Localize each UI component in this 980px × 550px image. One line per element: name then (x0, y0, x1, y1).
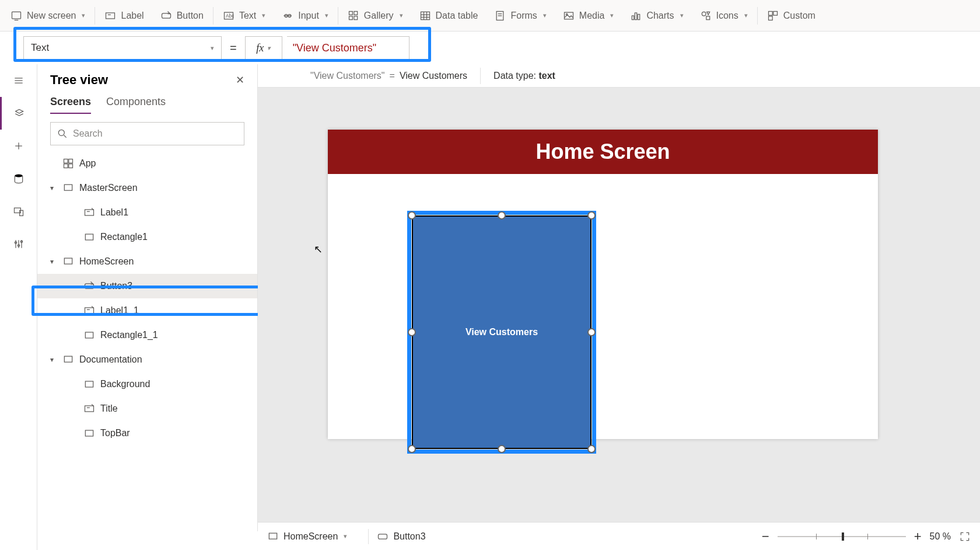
canvas-button[interactable]: View Customers (412, 215, 592, 449)
eval-eq: = (390, 71, 395, 81)
input-button[interactable]: Input ▾ (274, 0, 337, 31)
zoom-value: 50 % (930, 531, 951, 542)
chevron-down-icon[interactable]: ▾ (50, 184, 62, 192)
hamburger-button[interactable] (0, 64, 37, 97)
gallery-button[interactable]: Gallery ▾ (340, 0, 411, 31)
tree-item-label1_1[interactable]: Label1_1 (37, 298, 257, 323)
resize-handle[interactable] (408, 328, 416, 336)
data-table-button[interactable]: Data table (411, 0, 487, 31)
chevron-down-icon[interactable]: ▾ (50, 257, 62, 266)
button-icon (83, 280, 96, 292)
tree-item-rectangle1[interactable]: Rectangle1 (37, 225, 257, 249)
svg-rect-48 (64, 159, 68, 163)
tree-item-masterscreen[interactable]: ▾MasterScreen (37, 176, 257, 200)
tree-item-homescreen[interactable]: ▾HomeScreen (37, 249, 257, 274)
icons-button[interactable]: Icons ▾ (692, 0, 756, 31)
svg-line-47 (64, 135, 66, 138)
tree-search[interactable]: Search (50, 122, 244, 145)
separator (94, 7, 95, 25)
rect-icon (83, 427, 96, 439)
canvas-area: Home Screen View Customers ↖ (258, 88, 980, 531)
custom-button[interactable]: Custom (759, 0, 824, 31)
data-button[interactable] (0, 162, 37, 195)
tab-components[interactable]: Components (106, 96, 166, 114)
new-screen-button[interactable]: New screen ▾ (2, 0, 93, 31)
resize-handle[interactable] (408, 445, 416, 453)
tree-item-rectangle1_1[interactable]: Rectangle1_1 (37, 323, 257, 347)
insert-button[interactable] (0, 130, 37, 162)
svg-rect-56 (64, 258, 72, 264)
tree-item-topbar[interactable]: TopBar (37, 421, 257, 445)
button-button[interactable]: Button (152, 0, 212, 31)
plus-icon (13, 140, 24, 152)
svg-rect-30 (774, 11, 778, 15)
rect-icon (83, 231, 96, 243)
settings-rail-button[interactable] (0, 228, 37, 260)
resize-handle[interactable] (408, 211, 416, 220)
chevron-down-icon: ▾ (744, 12, 748, 19)
canvas-screen[interactable]: Home Screen View Customers (328, 130, 878, 439)
fullscreen-icon[interactable] (959, 531, 971, 542)
svg-rect-13 (354, 16, 358, 19)
tree-tabs: Screens Components (37, 92, 257, 114)
tree-item-background[interactable]: Background (37, 372, 257, 396)
svg-rect-51 (69, 164, 73, 168)
search-icon (57, 128, 68, 140)
tree-item-button3[interactable]: Button3⋯ (37, 274, 257, 298)
label-icon (83, 305, 96, 316)
chevron-down-icon: ▾ (325, 12, 328, 19)
label-button[interactable]: Label (96, 0, 152, 31)
breadcrumb-control[interactable]: Button3 (377, 531, 425, 542)
tree-list: App▾MasterScreenLabel1Rectangle1▾HomeScr… (37, 151, 257, 531)
database-icon (13, 173, 24, 185)
svg-rect-0 (12, 12, 21, 19)
charts-button[interactable]: Charts ▾ (622, 0, 691, 31)
close-icon[interactable]: ✕ (236, 74, 244, 86)
svg-rect-61 (64, 356, 72, 362)
fx-button[interactable]: fx ▾ (245, 36, 282, 60)
breadcrumb-screen[interactable]: HomeScreen ▾ (267, 531, 347, 542)
chevron-down-icon: ▾ (344, 532, 347, 540)
media-rail-button[interactable] (0, 195, 37, 228)
resize-handle[interactable] (498, 211, 506, 220)
selected-control[interactable]: View Customers (412, 215, 592, 449)
chevron-down-icon: ▾ (267, 44, 271, 52)
chevron-down-icon[interactable]: ▾ (50, 356, 62, 364)
property-dropdown[interactable]: Text ▾ (23, 36, 222, 60)
forms-button[interactable]: Forms ▾ (486, 0, 554, 31)
label-icon (104, 10, 116, 22)
layers-icon (13, 107, 25, 119)
tree-item-app[interactable]: App (37, 151, 257, 176)
label-icon (83, 207, 96, 218)
svg-rect-66 (269, 533, 276, 539)
formula-input[interactable]: "View Customers" (287, 36, 410, 60)
screen-icon (62, 354, 75, 365)
media-button[interactable]: Media ▾ (555, 0, 622, 31)
text-button[interactable]: Abc Text ▾ (215, 0, 274, 31)
more-icon[interactable]: ⋯ (240, 280, 251, 293)
zoom-out-button[interactable]: − (762, 529, 769, 544)
app-icon (62, 158, 75, 169)
screen-icon (10, 10, 22, 22)
tree-item-title[interactable]: Title (37, 396, 257, 421)
resize-handle[interactable] (587, 328, 596, 336)
search-placeholder: Search (73, 128, 103, 139)
tab-screens[interactable]: Screens (50, 96, 91, 114)
separator (213, 7, 214, 25)
tree-item-documentation[interactable]: ▾Documentation (37, 347, 257, 372)
resize-handle[interactable] (587, 445, 596, 453)
button-icon (160, 10, 172, 22)
zoom-in-button[interactable]: + (914, 529, 922, 544)
new-screen-label: New screen (27, 11, 76, 21)
tree-item-label1[interactable]: Label1 (37, 200, 257, 225)
tree-view-button[interactable] (0, 97, 37, 130)
formula-bar: Text ▾ = fx ▾ "View Customers" (0, 32, 980, 64)
tree-title: Tree view (50, 72, 108, 88)
chevron-down-icon: ▾ (400, 12, 403, 19)
charts-icon (630, 10, 642, 22)
zoom-slider[interactable] (778, 536, 906, 537)
custom-icon (767, 10, 779, 22)
resize-handle[interactable] (587, 211, 596, 220)
zoom-thumb[interactable] (842, 532, 844, 541)
resize-handle[interactable] (498, 445, 506, 453)
